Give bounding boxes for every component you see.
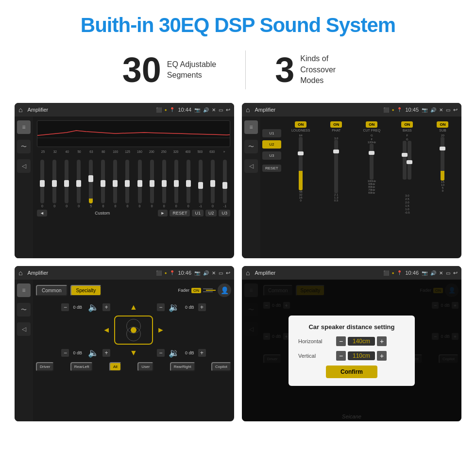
close-icon-3[interactable]: ✕ <box>212 270 216 276</box>
back-icon-4[interactable]: ↩ <box>453 270 458 276</box>
eq-slider-12[interactable]: 0 <box>171 160 182 208</box>
fr-plus[interactable]: + <box>198 303 206 311</box>
eq-slider-6[interactable]: 0 <box>98 160 108 208</box>
bass-toggle[interactable]: ON <box>401 121 413 128</box>
home-icon[interactable]: ⌂ <box>18 106 22 114</box>
fr-value: 0 dB <box>183 304 196 311</box>
volume-down-icon-2[interactable]: ◁ <box>244 159 258 173</box>
wave-icon[interactable]: 〜 <box>17 140 31 153</box>
fl-plus[interactable]: + <box>102 303 110 311</box>
sub-toggle[interactable]: ON <box>437 121 448 128</box>
volume-down-icon[interactable]: ◁ <box>17 159 31 173</box>
freq-630: 630 <box>206 150 218 153</box>
rear-left-button[interactable]: RearLeft <box>70 362 93 371</box>
fl-speaker-icon: 🔈 <box>88 302 99 313</box>
eq-slider-15[interactable]: 0 <box>207 160 218 208</box>
back-icon[interactable]: ↩ <box>226 107 230 113</box>
back-icon-2[interactable]: ↩ <box>453 107 458 113</box>
dot-icon: ● <box>165 108 167 112</box>
close-icon-4[interactable]: ✕ <box>439 270 443 276</box>
horizontal-plus[interactable]: + <box>377 336 387 346</box>
record-icon-2: ⬛ <box>383 107 389 113</box>
eq-slider-14[interactable]: -1 <box>195 160 206 208</box>
prev-button[interactable]: ◄ <box>37 210 47 216</box>
close-icon-2[interactable]: ✕ <box>439 107 443 113</box>
fr-minus[interactable]: − <box>157 303 165 311</box>
fader-control: Fader ON 👤 <box>178 283 231 297</box>
eq-slider-10[interactable]: 0 <box>147 160 157 208</box>
minimize-icon-3[interactable]: ▭ <box>219 270 223 276</box>
sub-sliders: 20 15 10 5 0 <box>441 134 444 192</box>
rl-minus[interactable]: − <box>61 349 69 357</box>
cutfreq-name: CUT FREQ <box>363 129 381 132</box>
eq-slider-1[interactable]: 0 <box>37 160 48 208</box>
freq-more[interactable]: » <box>218 150 230 153</box>
minimize-icon[interactable]: ▭ <box>219 107 223 113</box>
vertical-minus[interactable]: − <box>336 351 346 361</box>
reset-preset[interactable]: RESET <box>262 165 281 172</box>
wave-icon-2[interactable]: 〜 <box>244 140 258 153</box>
user-button[interactable]: User <box>137 362 153 371</box>
all-button[interactable]: All <box>109 362 121 371</box>
wave-icon-3[interactable]: 〜 <box>17 303 31 316</box>
fl-value: 0 dB <box>71 304 84 311</box>
eq-slider-7[interactable]: 0 <box>110 160 120 208</box>
fl-minus[interactable]: − <box>61 303 69 311</box>
eq-icon[interactable]: ≡ <box>17 120 31 134</box>
crossover-screen: ⌂ Amplifier ⬛ ● 📍 10:45 📷 🔊 ✕ ▭ ↩ ≡ 〜 ◁ <box>242 103 461 258</box>
home-icon-3[interactable]: ⌂ <box>18 269 22 277</box>
eq-icon-3[interactable]: ≡ <box>17 283 31 297</box>
eq-sidebar: ≡ 〜 ◁ <box>15 116 33 258</box>
left-arrow-icon: ◄ <box>102 326 110 334</box>
close-icon[interactable]: ✕ <box>212 107 216 113</box>
channel-loudness: ON LOUDNESS 64 48 32 <box>284 121 318 202</box>
u2-button[interactable]: U2 <box>205 210 217 216</box>
home-icon-2[interactable]: ⌂ <box>246 106 250 114</box>
eq-slider-16[interactable]: -1 <box>220 160 230 208</box>
vertical-label: Vertical <box>298 353 332 359</box>
eq-slider-13[interactable]: 0 <box>183 160 194 208</box>
fader-toggle[interactable]: ON <box>191 288 201 293</box>
eq-slider-2[interactable]: 0 <box>49 160 60 208</box>
u3-preset[interactable]: U3 <box>262 151 281 160</box>
freq-320: 320 <box>170 150 182 153</box>
volume-down-icon-3[interactable]: ◁ <box>17 322 31 336</box>
back-icon-3[interactable]: ↩ <box>226 270 230 276</box>
minimize-icon-4[interactable]: ▭ <box>446 270 450 276</box>
eq-slider-4[interactable]: 0 <box>73 160 84 208</box>
dot-icon-4: ● <box>392 271 394 275</box>
cutfreq-toggle[interactable]: ON <box>366 121 377 128</box>
eq-icon-2[interactable]: ≡ <box>244 120 258 134</box>
specialty-content-area: ≡ 〜 ◁ Common Specialty Fader ON <box>15 280 234 421</box>
u2-preset[interactable]: U2 <box>262 140 281 149</box>
eq-slider-5[interactable]: 5 <box>85 160 96 208</box>
phat-toggle[interactable]: ON <box>330 121 342 128</box>
rl-plus[interactable]: + <box>102 349 110 357</box>
rr-plus[interactable]: + <box>198 349 206 357</box>
confirm-button[interactable]: Confirm <box>326 366 377 378</box>
dialog-screen: ⌂ Amplifier ⬛ ● 📍 10:46 📷 🔊 ✕ ▭ ↩ ≡ 〜 ◁ … <box>242 266 461 421</box>
driver-button[interactable]: Driver <box>36 362 54 371</box>
eq-slider-3[interactable]: 0 <box>61 160 72 208</box>
volume-icon-3: 🔊 <box>203 270 209 276</box>
horizontal-minus[interactable]: − <box>336 336 346 346</box>
eq-slider-8[interactable]: 0 <box>122 160 133 208</box>
rr-minus[interactable]: − <box>157 349 165 357</box>
home-icon-4[interactable]: ⌂ <box>246 269 250 277</box>
loudness-toggle[interactable]: ON <box>295 121 306 128</box>
eq-slider-11[interactable]: 0 <box>159 160 170 208</box>
eq-slider-9[interactable]: 0 <box>135 160 145 208</box>
next-button[interactable]: ► <box>158 210 168 216</box>
vertical-plus[interactable]: + <box>377 351 387 361</box>
u1-preset[interactable]: U1 <box>262 129 281 137</box>
minimize-icon-2[interactable]: ▭ <box>446 107 450 113</box>
u1-button[interactable]: U1 <box>192 210 204 216</box>
stat-crossover-label: Kinds ofCrossover Modes <box>300 53 354 86</box>
common-tab[interactable]: Common <box>36 285 68 296</box>
u3-button[interactable]: U3 <box>219 210 230 216</box>
rear-right-button[interactable]: RearRight <box>170 362 195 371</box>
specialty-tab[interactable]: Specialty <box>70 285 102 296</box>
stat-crossover: 3 Kinds ofCrossover Modes <box>246 52 383 87</box>
copilot-button[interactable]: Copilot <box>211 362 231 371</box>
reset-button[interactable]: RESET <box>170 210 190 216</box>
